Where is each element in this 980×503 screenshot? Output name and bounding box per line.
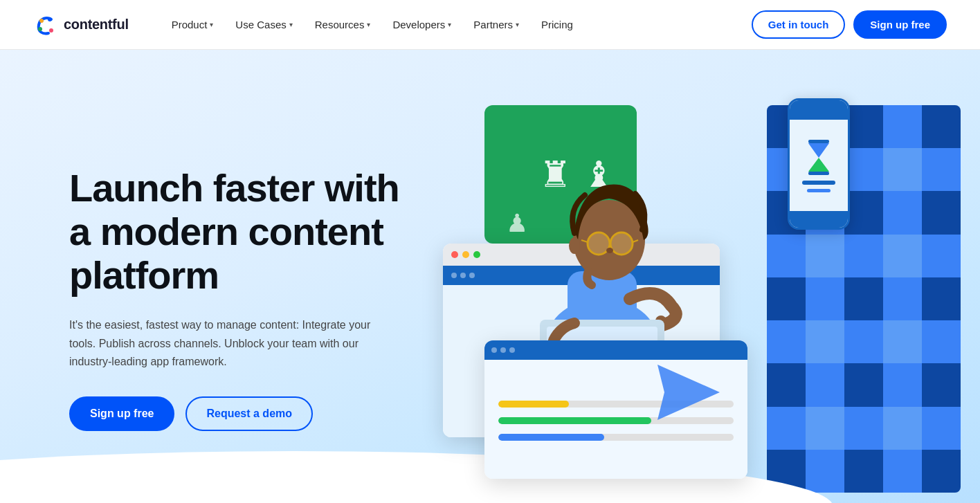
- chevron-down-icon: ▾: [516, 21, 519, 28]
- brand-name: contentful: [64, 17, 129, 33]
- window-close-dot: [451, 251, 458, 258]
- progress-fill: [498, 434, 604, 441]
- hero-demo-button[interactable]: Request a demo: [185, 396, 313, 431]
- url-dot-2: [500, 347, 506, 353]
- phone-top-bar: [790, 100, 848, 120]
- hero-description: It's the easiest, fastest way to manage …: [69, 316, 374, 371]
- svg-point-16: [569, 237, 580, 254]
- window-maximize-dot: [473, 251, 480, 258]
- svg-point-4: [49, 28, 53, 33]
- chevron-down-icon: ▾: [448, 21, 451, 28]
- phone-bottom-bar: [790, 211, 848, 228]
- hourglass-icon: [805, 138, 833, 176]
- navbar: contentful Product ▾ Use Cases ▾ Resourc…: [0, 0, 980, 50]
- svg-point-2: [38, 27, 42, 31]
- hero-content: Launch faster with a modern content plat…: [69, 167, 429, 430]
- svg-point-3: [48, 17, 52, 21]
- nav-signup-button[interactable]: Sign up free: [853, 10, 947, 39]
- arrow-decoration: [644, 361, 727, 426]
- nav-links: Product ▾ Use Cases ▾ Resources ▾ Develo…: [162, 13, 752, 36]
- url-dot-3: [509, 347, 515, 353]
- hero-buttons: Sign up free Request a demo: [69, 396, 429, 431]
- hero-illustration: ♟ ♜ ♝: [429, 91, 947, 503]
- phone-screen: [790, 120, 848, 211]
- window-minimize-dot: [462, 251, 469, 258]
- svg-point-11: [610, 232, 633, 255]
- nav-item-developers[interactable]: Developers ▾: [383, 13, 461, 36]
- nav-actions: Get in touch Sign up free: [752, 10, 947, 39]
- phone-line-1: [802, 181, 835, 185]
- logo-link[interactable]: contentful: [33, 12, 129, 37]
- url-dot-1: [451, 273, 457, 278]
- contentful-logo-icon: [33, 12, 58, 37]
- svg-point-1: [39, 19, 44, 23]
- chevron-down-icon: ▾: [210, 21, 213, 28]
- svg-point-15: [606, 248, 613, 253]
- browser-bar-2: [484, 340, 747, 360]
- progress-fill: [498, 401, 569, 408]
- phone-line-2: [807, 189, 831, 192]
- svg-rect-6: [808, 172, 829, 175]
- url-dot-3: [469, 273, 475, 278]
- svg-point-10: [588, 232, 610, 255]
- url-dot-2: [460, 273, 466, 278]
- hero-section: Launch faster with a modern content plat…: [0, 50, 980, 503]
- progress-fill: [498, 417, 651, 424]
- progress-track: [498, 434, 734, 441]
- hero-title: Launch faster with a modern content plat…: [69, 167, 429, 297]
- chevron-down-icon: ▾: [289, 21, 293, 28]
- nav-item-use-cases[interactable]: Use Cases ▾: [226, 13, 302, 36]
- nav-item-pricing[interactable]: Pricing: [532, 13, 583, 36]
- progress-bar-blue: [498, 434, 734, 441]
- chevron-down-icon: ▾: [367, 21, 370, 28]
- nav-item-resources[interactable]: Resources ▾: [305, 13, 381, 36]
- get-in-touch-button[interactable]: Get in touch: [752, 10, 846, 39]
- nav-item-product[interactable]: Product ▾: [162, 13, 224, 36]
- nav-item-partners[interactable]: Partners ▾: [464, 13, 529, 36]
- hero-signup-button[interactable]: Sign up free: [69, 396, 174, 431]
- url-dot-1: [491, 347, 497, 353]
- svg-rect-5: [808, 140, 829, 143]
- phone-mockup: [788, 98, 850, 230]
